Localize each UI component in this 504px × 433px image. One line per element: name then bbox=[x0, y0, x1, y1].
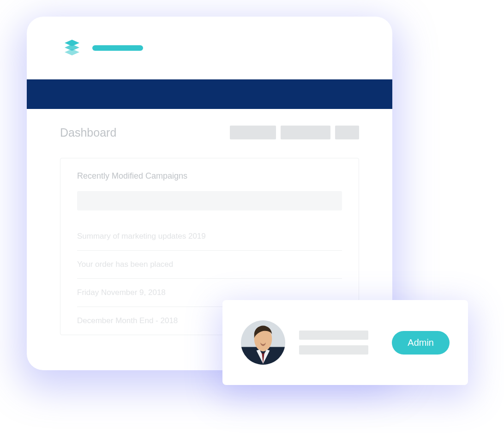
action-placeholder-2[interactable] bbox=[281, 126, 330, 139]
avatar bbox=[241, 320, 285, 365]
page-title: Dashboard bbox=[60, 126, 116, 139]
brand-name-placeholder bbox=[92, 45, 143, 51]
action-buttons-group bbox=[230, 126, 359, 139]
user-meta-placeholder bbox=[299, 345, 368, 355]
layers-logo-icon bbox=[63, 40, 81, 56]
user-name-placeholder bbox=[299, 331, 368, 340]
action-placeholder-1[interactable] bbox=[230, 126, 276, 139]
role-badge[interactable]: Admin bbox=[392, 331, 450, 355]
action-placeholder-3[interactable] bbox=[335, 126, 359, 139]
filter-bar[interactable] bbox=[77, 191, 342, 210]
list-item[interactable]: Summary of marketing updates 2019 bbox=[77, 223, 342, 251]
header bbox=[27, 17, 392, 79]
user-card: Admin bbox=[222, 300, 468, 385]
panel-title: Recently Modified Campaigns bbox=[77, 171, 342, 181]
list-item[interactable]: Your order has been placed bbox=[77, 251, 342, 279]
nav-bar[interactable] bbox=[27, 79, 392, 109]
user-info-placeholder bbox=[299, 331, 378, 355]
title-row: Dashboard bbox=[60, 126, 359, 139]
